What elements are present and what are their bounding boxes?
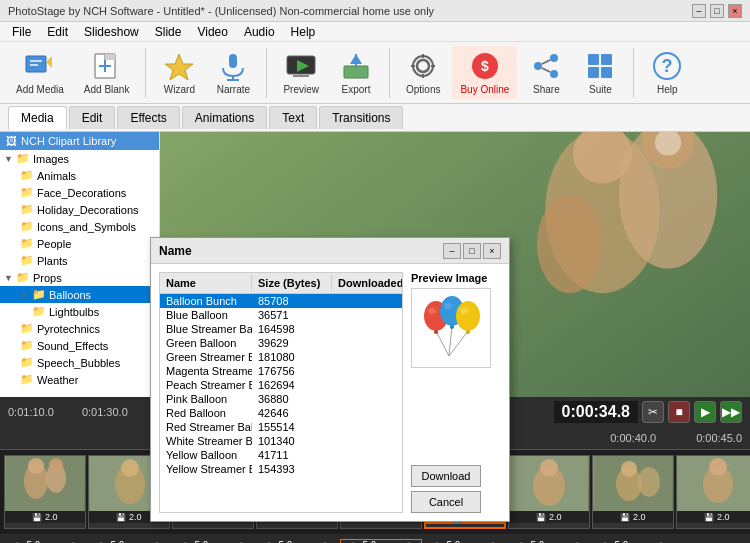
film-cell-7[interactable]: 💾 2.0 xyxy=(508,455,590,529)
svg-point-51 xyxy=(444,303,452,309)
suite-icon xyxy=(584,50,616,82)
window-controls[interactable]: – □ × xyxy=(692,4,742,18)
menu-audio[interactable]: Audio xyxy=(236,22,283,42)
preview-button[interactable]: Preview xyxy=(275,46,327,99)
add-blank-button[interactable]: Add Blank xyxy=(76,46,138,99)
menu-file[interactable]: File xyxy=(4,22,39,42)
expand-arrow: ▼ xyxy=(4,273,13,283)
svg-point-53 xyxy=(456,301,480,331)
file-downloaded xyxy=(332,308,402,322)
tree-balloons[interactable]: ▼ 📁 Balloons xyxy=(0,286,159,303)
tree-face-decorations[interactable]: 📁 Face_Decorations xyxy=(0,184,159,201)
tree-sound-effects[interactable]: 📁 Sound_Effects xyxy=(0,337,159,354)
close-button[interactable]: × xyxy=(728,4,742,18)
play-full-button[interactable]: ▶▶ xyxy=(720,401,742,423)
tab-bar: Media Edit Effects Animations Text Trans… xyxy=(0,104,750,132)
file-row-red-streamer[interactable]: Red Streamer Balloon 155514 xyxy=(160,420,402,434)
file-row-white-streamer[interactable]: White Streamer Balloon 101340 xyxy=(160,434,402,448)
tree-props[interactable]: ▼ 📁 Props xyxy=(0,269,159,286)
menu-bar: File Edit Slideshow Slide Video Audio He… xyxy=(0,22,750,42)
col-name[interactable]: Name xyxy=(160,275,252,291)
narrate-button[interactable]: Narrate xyxy=(208,46,258,99)
time-a: 0:00:40.0 xyxy=(610,432,656,444)
tree-speech-bubbles[interactable]: 📁 Speech_Bubbles xyxy=(0,354,159,371)
minimize-button[interactable]: – xyxy=(692,4,706,18)
file-row-pink-balloon[interactable]: Pink Balloon 36880 xyxy=(160,392,402,406)
file-row-magenta-streamer[interactable]: Magenta Streamer Balloon 176756 xyxy=(160,364,402,378)
download-button[interactable]: Download xyxy=(411,465,481,487)
file-row-balloon-bunch[interactable]: Balloon Bunch 85708 xyxy=(160,294,402,308)
file-row-yellow-streamer[interactable]: Yellow Streamer Balloon 154393 xyxy=(160,462,402,476)
menu-help[interactable]: Help xyxy=(283,22,324,42)
tab-animations[interactable]: Animations xyxy=(182,106,267,129)
tree-people[interactable]: 📁 People xyxy=(0,235,159,252)
file-row-green-streamer[interactable]: Green Streamer Balloon 181080 xyxy=(160,350,402,364)
tree-lightbulbs[interactable]: 📁 Lightbulbs xyxy=(0,303,159,320)
file-downloaded xyxy=(332,462,402,476)
tree-animals[interactable]: 📁 Animals xyxy=(0,167,159,184)
film-cell-1[interactable]: 💾 2.0 xyxy=(4,455,86,529)
file-name: Blue Streamer Balloon xyxy=(160,322,252,336)
file-row-blue-balloon[interactable]: Blue Balloon 36571 xyxy=(160,308,402,322)
tab-transitions[interactable]: Transitions xyxy=(319,106,403,129)
help-icon: ? xyxy=(651,50,683,82)
menu-slideshow[interactable]: Slideshow xyxy=(76,22,147,42)
share-button[interactable]: Share xyxy=(521,46,571,99)
toolbar-separator-2 xyxy=(266,48,267,98)
film-cell-8[interactable]: 💾 2.0 xyxy=(592,455,674,529)
maximize-button[interactable]: □ xyxy=(710,4,724,18)
file-row-green-balloon[interactable]: Green Balloon 39629 xyxy=(160,336,402,350)
col-size[interactable]: Size (Bytes) xyxy=(252,275,332,291)
file-name: Magenta Streamer Balloon xyxy=(160,364,252,378)
dialog-minimize-button[interactable]: – xyxy=(443,243,461,259)
file-size: 154393 xyxy=(252,462,332,476)
menu-video[interactable]: Video xyxy=(189,22,235,42)
file-downloaded xyxy=(332,448,402,462)
menu-slide[interactable]: Slide xyxy=(147,22,190,42)
play-button[interactable]: ▶ xyxy=(694,401,716,423)
tab-effects[interactable]: Effects xyxy=(117,106,179,129)
scissors-button[interactable]: ✂ xyxy=(642,401,664,423)
tree-plants[interactable]: 📁 Plants xyxy=(0,252,159,269)
file-name: Green Balloon xyxy=(160,336,252,350)
tree-holiday-decorations[interactable]: 📁 Holiday_Decorations xyxy=(0,201,159,218)
svg-rect-33 xyxy=(588,54,599,65)
narrate-label: Narrate xyxy=(217,84,250,95)
file-row-peach-streamer[interactable]: Peach Streamer Balloon 162694 xyxy=(160,378,402,392)
wizard-label: Wizard xyxy=(164,84,195,95)
help-button[interactable]: ? Help xyxy=(642,46,692,99)
folder-icon: 📁 xyxy=(16,152,30,165)
file-row-red-balloon[interactable]: Red Balloon 42646 xyxy=(160,406,402,420)
tree-weather[interactable]: 📁 Weather xyxy=(0,371,159,388)
file-list[interactable]: Name Size (Bytes) Downloaded Balloon Bun… xyxy=(159,272,403,513)
file-downloaded xyxy=(332,350,402,364)
tree-icons-symbols[interactable]: 📁 Icons_and_Symbols xyxy=(0,218,159,235)
tab-edit[interactable]: Edit xyxy=(69,106,116,129)
tab-text[interactable]: Text xyxy=(269,106,317,129)
tree-pyrotechnics[interactable]: 📁 Pyrotechnics xyxy=(0,320,159,337)
buy-online-button[interactable]: $ Buy Online xyxy=(452,46,517,99)
duration-2: ◀▶ 5.0 secs ◀▶ xyxy=(88,540,170,544)
dialog-close-button[interactable]: × xyxy=(483,243,501,259)
preview-panel: Preview Image xyxy=(411,272,501,513)
cancel-button[interactable]: Cancel xyxy=(411,491,481,513)
svg-marker-6 xyxy=(105,54,115,60)
file-row-yellow-balloon[interactable]: Yellow Balloon 41711 xyxy=(160,448,402,462)
dialog-maximize-button[interactable]: □ xyxy=(463,243,481,259)
options-button[interactable]: Options xyxy=(398,46,448,99)
add-media-button[interactable]: Add Media xyxy=(8,46,72,99)
suite-button[interactable]: Suite xyxy=(575,46,625,99)
clipart-dialog: Name – □ × Name Size (Bytes) Downloaded … xyxy=(150,237,510,522)
col-downloaded[interactable]: Downloaded xyxy=(332,275,402,291)
file-row-blue-streamer[interactable]: Blue Streamer Balloon 164598 xyxy=(160,322,402,336)
add-media-label: Add Media xyxy=(16,84,64,95)
stop-button[interactable]: ■ xyxy=(668,401,690,423)
menu-edit[interactable]: Edit xyxy=(39,22,76,42)
wizard-button[interactable]: Wizard xyxy=(154,46,204,99)
current-time-display: 0:00:34.8 xyxy=(554,401,639,423)
export-button[interactable]: Export xyxy=(331,46,381,99)
tree-images[interactable]: ▼ 📁 Images xyxy=(0,150,159,167)
tab-media[interactable]: Media xyxy=(8,106,67,130)
film-cell-9[interactable]: 💾 2.0 xyxy=(676,455,750,529)
dialog-controls[interactable]: – □ × xyxy=(443,243,501,259)
